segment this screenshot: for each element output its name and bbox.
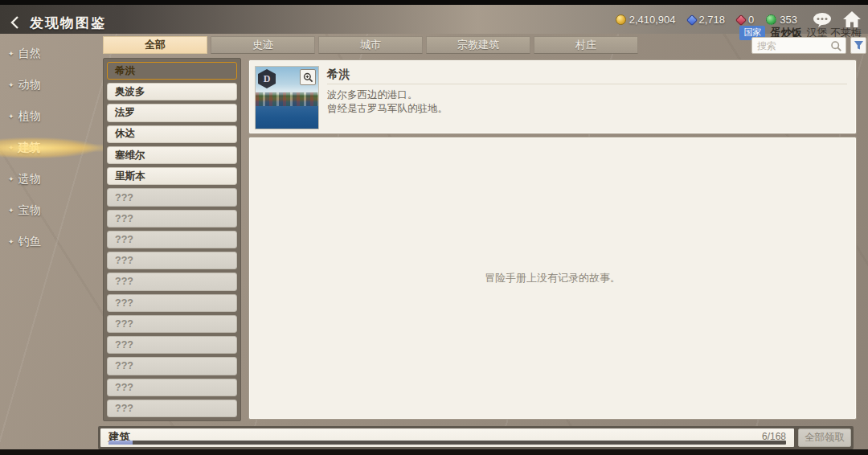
- list-item[interactable]: ???: [107, 294, 237, 312]
- list-item[interactable]: ???: [107, 400, 237, 417]
- list-item[interactable]: 塞维尔: [107, 146, 237, 164]
- list-item[interactable]: 希洪: [107, 62, 237, 80]
- detail-title: 希洪: [327, 68, 350, 82]
- currency-gold[interactable]: 2,410,904: [616, 14, 676, 26]
- claim-all-button[interactable]: 全部领取: [798, 428, 851, 447]
- divider: [327, 84, 847, 84]
- list-item[interactable]: ???: [107, 273, 237, 290]
- green-token-icon: [766, 14, 776, 25]
- red-gem-icon: [735, 14, 747, 25]
- discovery-list: 希洪 奥波多 法罗 休达 塞维尔 里斯本 ??? ??? ??? ??? ???…: [103, 58, 241, 421]
- blue-gem-icon: [686, 14, 697, 25]
- filter-button[interactable]: [850, 37, 866, 54]
- list-item[interactable]: ???: [107, 336, 237, 354]
- magnifier-icon: [303, 72, 313, 83]
- currency-value: 353: [780, 14, 797, 26]
- filter-funnel-icon: [854, 40, 864, 51]
- empty-story-message: 冒险手册上没有记录的故事。: [485, 271, 620, 285]
- category-tabs: 全部 史迹 城市 宗教建筑 村庄: [103, 36, 638, 54]
- currency-value: 2,410,904: [629, 14, 676, 26]
- search-icon: [830, 40, 842, 52]
- story-panel: 冒险手册上没有记录的故事。: [249, 137, 856, 419]
- tab-cities[interactable]: 城市: [318, 36, 423, 54]
- progress-fill: [108, 441, 133, 445]
- sidebar-item-treasures[interactable]: ✦ 宝物: [8, 201, 100, 220]
- sidebar-item-relics[interactable]: ✦ 遗物: [8, 170, 100, 189]
- progress-track: [108, 441, 786, 445]
- back-button[interactable]: [8, 15, 23, 30]
- discovery-encyclopedia-screen: 发现物图鉴 2,410,904 2,718 0 353: [0, 0, 868, 455]
- list-item[interactable]: ???: [107, 315, 237, 333]
- discovery-emblem-icon: D: [258, 69, 276, 88]
- sidebar: ✦ 自然 ✦ 动物 ✦ 植物 ✦ 建筑 ✦ 遗物 ✦ 宝物 ✦ 钓鱼: [8, 44, 100, 264]
- diamond-bullet-icon: ✦: [8, 144, 14, 152]
- currency-blue-gem[interactable]: 2,718: [688, 14, 726, 26]
- gold-coin-icon: [616, 14, 626, 25]
- top-letterbox: [0, 0, 868, 5]
- detail-description: 波尔多西边的港口。 曾经是古罗马军队的驻地。: [327, 88, 448, 116]
- diamond-bullet-icon: ✦: [8, 207, 14, 215]
- list-item[interactable]: 休达: [107, 125, 237, 143]
- footer-bar: 建筑 6/168 全部领取: [98, 426, 854, 449]
- diamond-bullet-icon: ✦: [8, 50, 14, 58]
- sidebar-item-fishing[interactable]: ✦ 钓鱼: [8, 232, 100, 252]
- sidebar-item-animals[interactable]: ✦ 动物: [8, 76, 100, 95]
- bottom-letterbox: [0, 449, 868, 455]
- zoom-thumbnail-button[interactable]: [300, 69, 316, 85]
- list-item[interactable]: 里斯本: [107, 167, 237, 185]
- detail-card: D 希洪 波尔多西边的港口。 曾经是古罗马军队的驻地。: [249, 60, 856, 133]
- list-item[interactable]: ???: [107, 357, 237, 375]
- list-item[interactable]: 法罗: [107, 104, 237, 121]
- list-item[interactable]: ???: [107, 210, 237, 228]
- header-bar: 发现物图鉴 2,410,904 2,718 0 353: [0, 5, 868, 34]
- diamond-bullet-icon: ✦: [8, 238, 14, 246]
- sidebar-item-buildings[interactable]: ✦ 建筑: [8, 138, 100, 158]
- currency-green-token[interactable]: 353: [766, 14, 797, 26]
- currency-bar: 2,410,904 2,718 0 353: [616, 14, 797, 26]
- tab-all[interactable]: 全部: [103, 36, 207, 54]
- page-title: 发现物图鉴: [30, 14, 106, 32]
- diamond-bullet-icon: ✦: [8, 81, 14, 89]
- currency-red-gem[interactable]: 0: [737, 14, 754, 26]
- search-box: [751, 37, 846, 54]
- sidebar-item-plants[interactable]: ✦ 植物: [8, 107, 100, 126]
- currency-value: 0: [748, 14, 754, 26]
- list-item[interactable]: ???: [107, 231, 237, 248]
- discovery-thumbnail: D: [255, 66, 319, 129]
- list-item[interactable]: ???: [107, 379, 237, 396]
- currency-value: 2,718: [699, 14, 726, 26]
- tab-villages[interactable]: 村庄: [534, 36, 638, 54]
- sidebar-item-nature[interactable]: ✦ 自然: [8, 44, 100, 64]
- list-item[interactable]: ???: [107, 252, 237, 269]
- list-item[interactable]: 奥波多: [107, 83, 237, 100]
- diamond-bullet-icon: ✦: [8, 175, 14, 183]
- list-item[interactable]: ???: [107, 188, 237, 206]
- chevron-left-icon: [8, 15, 23, 30]
- tab-historic-sites[interactable]: 史迹: [211, 36, 315, 54]
- diamond-bullet-icon: ✦: [8, 113, 14, 121]
- progress-panel: 建筑 6/168: [100, 428, 794, 447]
- tab-religious-buildings[interactable]: 宗教建筑: [426, 36, 530, 54]
